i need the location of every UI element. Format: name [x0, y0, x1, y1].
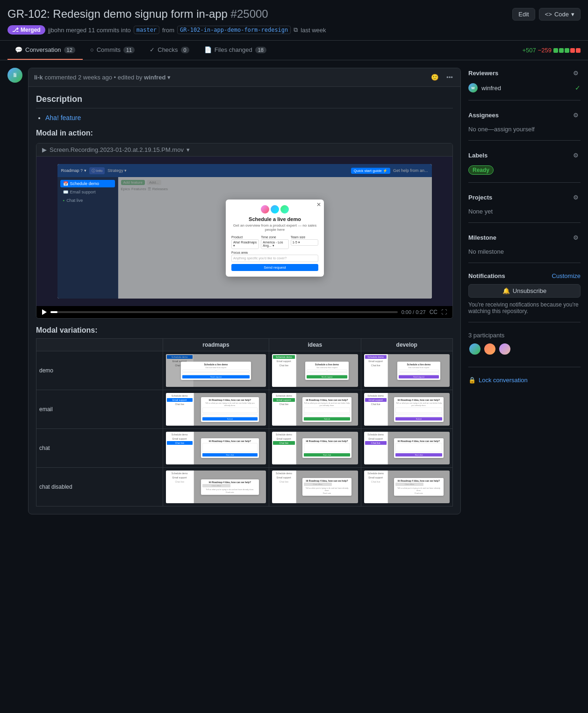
sidebar-col: Reviewers ⚙ w winfred ✓ Assignees ⚙	[468, 68, 581, 400]
reviewer-avatar: w	[468, 83, 478, 93]
label-badge: Ready	[468, 165, 494, 175]
tab-checks[interactable]: ✓ Checks 0	[142, 41, 196, 60]
pr-copy-icon[interactable]: ⧉	[294, 26, 298, 34]
cell-chatdisabled-ideas: Schedule demo Email support Chat live	[269, 468, 361, 506]
subtitle-icon[interactable]: CC	[430, 309, 437, 315]
notification-reason: You're receiving notifications because y…	[468, 301, 581, 314]
row-label-chat: chat	[36, 429, 163, 468]
tabs-left: 💬 Conversation 12 ○ Commits 11 ✓ Checks …	[7, 41, 274, 60]
pr-header-left: GR-102: Redesign demo signup form in-app…	[7, 7, 268, 21]
video-inner: Roadmap ? ▾ ⓘ Info Strategy ▾ Quick star…	[57, 164, 432, 299]
customize-link[interactable]: Customize	[552, 272, 581, 279]
table-row: demo Schedule demo Email support	[36, 351, 453, 390]
milestone-header: Milestone ⚙	[468, 232, 581, 243]
th-empty	[36, 339, 163, 351]
cell-chatdisabled-develop: Schedule demo Email support Chat live	[361, 468, 452, 506]
progress-bar[interactable]	[50, 311, 398, 313]
cell-email-develop: Schedule demo Email support Chat live	[361, 390, 452, 429]
table-header-row: roadmaps ideas develop	[36, 339, 453, 351]
th-roadmaps: roadmaps	[163, 339, 269, 351]
variation-img: Schedule demo Email support Chat live	[166, 393, 266, 426]
code-button[interactable]: <> Code ▾	[539, 8, 581, 21]
diff-sq-5	[576, 48, 581, 53]
video-header: ▶ Screen.Recording.2023-01-20.at.2.19.15…	[36, 143, 452, 157]
row-label-email: email	[36, 390, 163, 429]
checks-badge: 0	[181, 47, 189, 53]
pr-tabs: 💬 Conversation 12 ○ Commits 11 ✓ Checks …	[0, 41, 588, 60]
labels-header: Labels ⚙	[468, 150, 581, 161]
chevron-down-icon[interactable]: ▾	[186, 146, 190, 153]
cell-chat-roadmaps: Schedule demo Email support Chat live	[163, 429, 269, 468]
pr-meta: ⎇ Merged jjbohn merged 11 commits into m…	[7, 25, 581, 35]
labels-gear-button[interactable]: ⚙	[571, 150, 581, 161]
pr-time: last week	[301, 27, 326, 34]
assignees-gear-button[interactable]: ⚙	[571, 110, 581, 121]
checks-icon: ✓	[150, 46, 155, 53]
chevron-down-icon[interactable]: ▾	[167, 74, 171, 81]
pr-author: jjbohn merged 11 commits into	[48, 27, 131, 34]
edit-button[interactable]: Edit	[512, 8, 535, 21]
sidebar-section-notifications: Notifications Customize 🔔 Unsubscribe Yo…	[468, 272, 581, 322]
chevron-down-icon: ▾	[571, 11, 574, 18]
commits-badge: 11	[123, 47, 135, 53]
comment-body: Description Aha! feature Modal in action…	[29, 87, 460, 514]
cell-chat-develop: Schedule demo Email support Chat live	[361, 429, 452, 468]
reviewers-gear-button[interactable]: ⚙	[571, 68, 581, 78]
modal-variations-heading: Modal variations:	[36, 326, 453, 335]
content-list: Aha! feature	[45, 114, 453, 121]
cell-chatdisabled-roadmaps: Schedule demo Email support Chat live	[163, 468, 269, 506]
tab-conversation[interactable]: 💬 Conversation 12	[7, 41, 83, 60]
more-options-button[interactable]: •••	[445, 72, 455, 83]
comment-actions: 🙂 •••	[429, 72, 455, 83]
diff-squares	[553, 48, 581, 53]
th-ideas: ideas	[269, 339, 361, 351]
pr-title-text: GR-102: Redesign demo signup form in-app	[7, 7, 228, 20]
page-wrapper: GR-102: Redesign demo signup form in-app…	[0, 0, 588, 713]
notifications-header: Notifications Customize	[468, 272, 581, 279]
content-col: li li-k commented 2 weeks ago • edited b…	[7, 68, 461, 522]
additions-count: +507	[522, 47, 536, 54]
unsubscribe-button[interactable]: 🔔 Unsubscribe	[468, 284, 581, 298]
base-branch-link[interactable]: master	[134, 26, 159, 34]
diff-stat: +507 −259	[522, 47, 581, 54]
participant-avatar-1	[468, 342, 481, 356]
variation-img: Schedule demo Email support Chat live	[364, 432, 450, 464]
row-label-demo: demo	[36, 351, 163, 390]
cell-email-ideas: Schedule demo Email support Chat live	[269, 390, 361, 429]
fullscreen-icon[interactable]: ⛶	[441, 309, 447, 315]
cell-demo-ideas: Schedule demo Email support Chat live	[269, 351, 361, 390]
notifications-title: Notifications	[468, 272, 505, 279]
deletions-count: −259	[538, 47, 552, 54]
variation-img: Schedule demo Email support Chat live	[272, 471, 358, 503]
participants	[468, 342, 581, 356]
diff-sq-2	[559, 48, 564, 53]
tab-commits[interactable]: ○ Commits 11	[83, 41, 142, 60]
tab-files-changed[interactable]: 📄 Files changed 18	[197, 41, 274, 60]
milestone-gear-button[interactable]: ⚙	[571, 232, 581, 243]
main-layout: li li-k commented 2 weeks ago • edited b…	[0, 60, 588, 529]
table-row: email Schedule demo Email support	[36, 390, 453, 429]
video-attachment: ▶ Screen.Recording.2023-01-20.at.2.19.15…	[36, 143, 453, 319]
reviewers-title: Reviewers	[468, 70, 498, 77]
lock-conversation-button[interactable]: 🔒 Lock conversation	[468, 377, 581, 384]
list-item: Aha! feature	[45, 114, 453, 121]
sidebar-section-header: Reviewers ⚙	[468, 68, 581, 78]
comment-author-name: li-k commented 2 weeks ago • edited by w…	[34, 74, 171, 81]
cell-email-roadmaps: Schedule demo Email support Chat live	[163, 390, 269, 429]
comment-author-info: li-k commented 2 weeks ago • edited by w…	[34, 74, 171, 81]
head-branch-link[interactable]: GR-102-in-app-demo-form-redesign	[177, 26, 291, 34]
aha-feature-link[interactable]: Aha! feature	[45, 114, 81, 121]
variation-img: Schedule demo Email support Chat live	[272, 393, 358, 426]
files-badge: 18	[255, 47, 266, 53]
cell-demo-roadmaps: Schedule demo Email support Chat live	[163, 351, 269, 390]
reviewer-info: w winfred	[468, 83, 501, 93]
assignees-text: No one—assign yourself	[468, 126, 535, 133]
play-small-button[interactable]	[42, 309, 47, 315]
page-title: GR-102: Redesign demo signup form in-app…	[7, 7, 268, 21]
emoji-button[interactable]: 🙂	[429, 72, 441, 83]
projects-gear-button[interactable]: ⚙	[571, 192, 581, 203]
conversation-badge: 12	[64, 47, 75, 53]
comment-header: li-k commented 2 weeks ago • edited by w…	[29, 68, 460, 87]
video-filename: Screen.Recording.2023-01-20.at.2.19.15.P…	[50, 146, 184, 153]
code-icon: <>	[545, 11, 552, 18]
